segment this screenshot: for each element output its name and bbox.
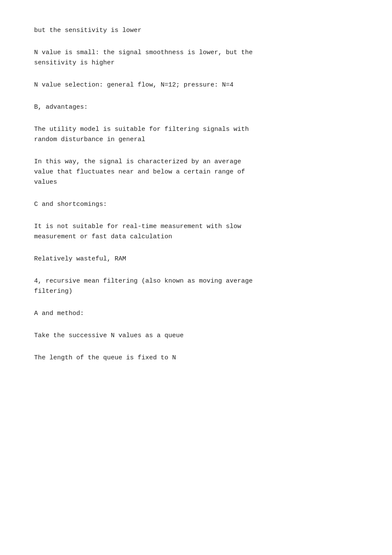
- paragraph-block: Take the successive N values as a queue: [34, 331, 358, 341]
- paragraph-block: C and shortcomings:: [34, 199, 358, 210]
- paragraph-text: N value is small: the signal smoothness …: [34, 48, 358, 68]
- paragraph-block: B, advantages:: [34, 102, 358, 113]
- paragraph-text: The utility model is suitable for filter…: [34, 124, 358, 145]
- paragraph-text: Relatively wasteful, RAM: [34, 254, 358, 264]
- paragraph-block: In this way, the signal is characterized…: [34, 157, 358, 188]
- paragraph-block: but the sensitivity is lower: [34, 26, 358, 36]
- paragraph-block: It is not suitable for real-time measure…: [34, 222, 358, 242]
- paragraph-text: but the sensitivity is lower: [34, 26, 358, 36]
- paragraph-text: In this way, the signal is characterized…: [34, 157, 358, 188]
- paragraph-text: N value selection: general flow, N=12; p…: [34, 80, 358, 90]
- paragraph-text: The length of the queue is fixed to N: [34, 353, 358, 363]
- paragraph-text: 4, recursive mean filtering (also known …: [34, 276, 358, 297]
- paragraph-block: A and method:: [34, 309, 358, 319]
- document-body: but the sensitivity is lowerN value is s…: [34, 26, 358, 363]
- paragraph-text: Take the successive N values as a queue: [34, 331, 358, 341]
- paragraph-text: It is not suitable for real-time measure…: [34, 222, 358, 242]
- paragraph-block: The length of the queue is fixed to N: [34, 353, 358, 363]
- paragraph-block: 4, recursive mean filtering (also known …: [34, 276, 358, 297]
- paragraph-text: B, advantages:: [34, 102, 358, 113]
- paragraph-text: A and method:: [34, 309, 358, 319]
- paragraph-block: The utility model is suitable for filter…: [34, 124, 358, 145]
- paragraph-block: N value selection: general flow, N=12; p…: [34, 80, 358, 90]
- paragraph-block: Relatively wasteful, RAM: [34, 254, 358, 264]
- paragraph-block: N value is small: the signal smoothness …: [34, 48, 358, 68]
- paragraph-text: C and shortcomings:: [34, 199, 358, 210]
